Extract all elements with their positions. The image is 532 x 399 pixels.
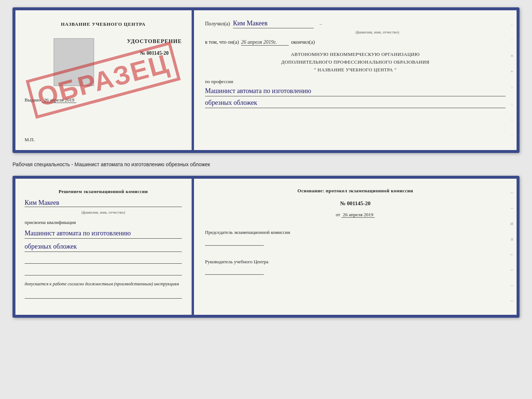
head-signature-block: Руководитель учебного Центра [205, 258, 506, 277]
right-side-marks2: – – и а ← – – – [509, 179, 514, 315]
org-line1: АВТОНОМНУЮ НЕКОММЕРЧЕСКУЮ ОРГАНИЗАЦИЮ [205, 51, 506, 58]
doc1-right-panel: Получил(а) Ким Макеев – (фамилия, имя, о… [194, 10, 517, 150]
mark2-и: и [510, 221, 513, 227]
profession-section: по профессии Машинист автомата по изгото… [205, 79, 506, 108]
qualification-label: присвоена квалификация [25, 220, 182, 225]
doc1-school-name: НАЗВАНИЕ УЧЕБНОГО ЦЕНТРА [61, 21, 146, 27]
protocol-date: от 26 апреля 2019 [205, 212, 506, 218]
profession-value-line2: обрезных обложек [205, 98, 506, 108]
head-sig-line [205, 267, 264, 275]
document-1: НАЗВАНИЕ УЧЕБНОГО ЦЕНТРА УДОСТОВЕРЕНИЕ №… [12, 7, 520, 153]
mark2-2: – [511, 205, 513, 211]
qualification-value-1: Машинист автомата по изготовлению [25, 228, 182, 239]
separator-text: Рабочая специальность - Машинист автомат… [12, 160, 520, 169]
mark2-4: – [511, 282, 513, 288]
recipient-name: Ким Макеев [233, 19, 314, 28]
chair-sig-line [205, 238, 264, 246]
mark2-3: – [511, 267, 513, 273]
fio-sublabel: (фамилия, имя, отчество) [249, 30, 506, 34]
mark-а: а [510, 71, 514, 72]
blank-line-3 [25, 291, 182, 299]
recipient-label: Получил(а) [205, 21, 230, 27]
mark-5: – [510, 135, 514, 137]
mark2-5: – [511, 298, 513, 304]
doc1-left-panel: НАЗВАНИЕ УЧЕБНОГО ЦЕНТРА УДОСТОВЕРЕНИЕ №… [15, 10, 192, 150]
completion-prefix: в том, что он(а) [205, 39, 239, 45]
document-2: Решением экзаменационной комиссии Ким Ма… [12, 176, 520, 318]
cert-number: № 001145-20 [127, 50, 182, 56]
completion-suffix: окончил(а) [291, 39, 315, 45]
exam-decision: Решением экзаменационной комиссии [25, 188, 182, 195]
right-side-marks: – – и а ← – – – [510, 10, 514, 150]
mark-1: – [510, 24, 514, 25]
org-block: АВТОНОМНУЮ НЕКОММЕРЧЕСКУЮ ОРГАНИЗАЦИЮ ДО… [205, 51, 506, 74]
admission-text: допускается к работе согласно должностны… [25, 281, 182, 287]
org-line3: " НАЗВАНИЕ УЧЕБНОГО ЦЕНТРА " [205, 66, 506, 74]
mark2-arrow: ← [509, 252, 514, 257]
issued-line: Выдано 26 апреля 2019 [25, 97, 76, 103]
mark-2: – [510, 39, 514, 41]
exam-person-name: Ким Макеев [25, 199, 182, 207]
qualification-value-2: обрезных обложек [25, 242, 182, 252]
recipient-line: Получил(а) Ким Макеев – [205, 19, 506, 28]
blank-line-1 [25, 256, 182, 264]
head-title: Руководитель учебного Центра [205, 258, 506, 266]
mark-arrow: ← [510, 86, 514, 90]
mark2-а: а [511, 236, 513, 242]
completion-line: в том, что он(а) 26 апреля 2019г. окончи… [205, 39, 506, 46]
chair-signature-block: Председатель экзаменационной комиссии [205, 229, 506, 247]
blank-line-2 [25, 268, 182, 275]
profession-label: по профессии [205, 79, 506, 85]
chair-title: Председатель экзаменационной комиссии [205, 229, 506, 236]
protocol-date-value: 26 апреля 2019 [341, 212, 375, 218]
basis-label: Основание: протокол экзаменационной коми… [205, 188, 506, 194]
photo-placeholder [54, 38, 94, 86]
completion-date: 26 апреля 2019г. [241, 39, 289, 46]
issued-label: Выдано [25, 97, 40, 103]
profession-value-line1: Машинист автомата по изготовлению [205, 86, 506, 96]
doc2-left-panel: Решением экзаменационной комиссии Ким Ма… [15, 179, 192, 315]
issued-date: 26 апреля 2019 [42, 97, 77, 103]
mark-4: – [510, 119, 514, 121]
protocol-number: № 001145-20 [205, 200, 506, 207]
org-line2: ДОПОЛНИТЕЛЬНОГО ПРОФЕССИОНАЛЬНОГО ОБРАЗО… [205, 58, 506, 66]
protocol-date-prefix: от [336, 212, 340, 217]
mark-3: – [510, 104, 514, 106]
doc2-right-panel: Основание: протокол экзаменационной коми… [194, 179, 517, 315]
cert-title: УДОСТОВЕРЕНИЕ [127, 38, 182, 44]
mark2-1: – [511, 190, 513, 196]
mark-и: и [510, 55, 514, 57]
doc2-fio-sub: (фамилия, имя, отчество) [25, 210, 182, 214]
mp-label: М.П. [25, 137, 35, 143]
